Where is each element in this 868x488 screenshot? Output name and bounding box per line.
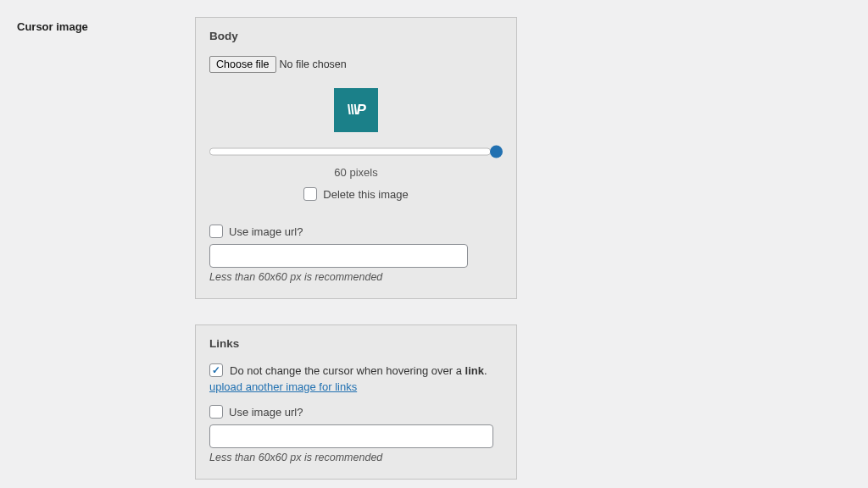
body-heading: Body [209, 30, 503, 42]
links-use-url-checkbox[interactable] [209, 405, 223, 419]
image-preview: \\\P [209, 88, 503, 132]
links-heading: Links [209, 337, 503, 350]
delete-image-checkbox[interactable] [303, 187, 317, 201]
dont-change-cursor-checkbox[interactable] [209, 363, 223, 377]
upload-another-link[interactable]: upload another image for links [209, 380, 357, 393]
slider-value-label: 60 pixels [209, 166, 503, 179]
choose-file-button[interactable]: Choose file [209, 56, 276, 73]
size-slider[interactable] [209, 144, 503, 159]
section-label: Cursor image [17, 20, 178, 33]
body-panel: Body Choose file No file chosen \\\P 60 … [195, 17, 517, 299]
body-url-helper: Less than 60x60 px is recommended [209, 271, 503, 283]
slider-track [209, 148, 491, 156]
links-url-helper: Less than 60x60 px is recommended [209, 452, 503, 463]
body-use-url-checkbox[interactable] [209, 225, 223, 238]
links-use-url-label: Use image url? [229, 406, 303, 419]
delete-image-label: Delete this image [323, 188, 408, 201]
file-input-row: Choose file No file chosen [209, 56, 503, 73]
links-url-input[interactable] [209, 424, 493, 448]
body-use-url-label: Use image url? [229, 225, 303, 238]
slider-thumb[interactable] [490, 146, 503, 158]
file-status-text: No file chosen [280, 58, 347, 70]
dont-change-cursor-label: Do not change the cursor when hovering o… [230, 364, 487, 377]
cursor-preview-image: \\\P [334, 88, 378, 132]
links-panel: Links Do not change the cursor when hove… [195, 324, 517, 480]
body-url-input[interactable] [209, 244, 468, 268]
delete-image-row: Delete this image [209, 187, 503, 201]
